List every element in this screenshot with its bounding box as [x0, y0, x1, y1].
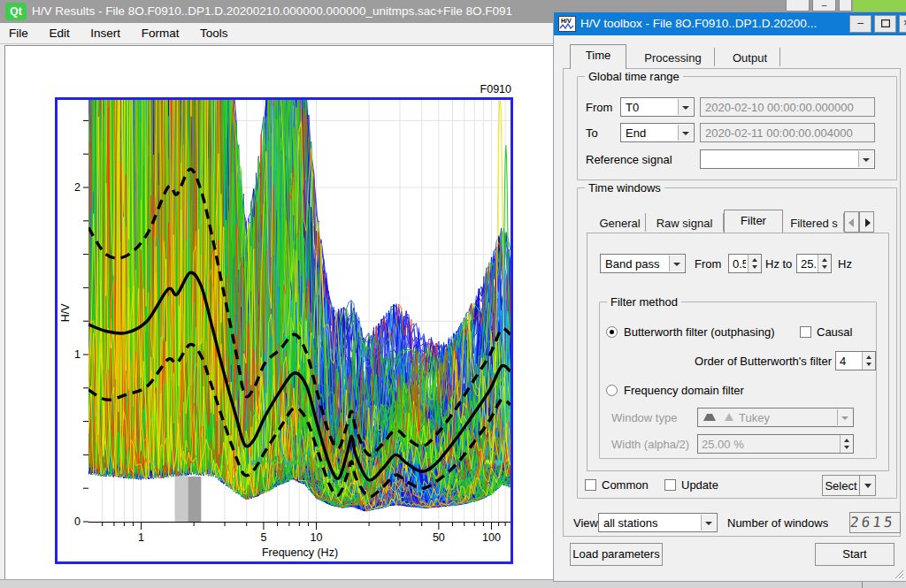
reference-signal-label: Reference signal — [586, 153, 672, 166]
from-time-field: 2020-02-10 00:00:00.000000 — [700, 97, 875, 117]
svg-text:100: 100 — [482, 531, 501, 544]
menu-item-tools[interactable]: Tools — [191, 23, 237, 40]
window-type-label: Window type — [611, 411, 677, 424]
qt-app-icon: Qt — [5, 3, 27, 20]
chevron-down-icon[interactable] — [678, 125, 693, 141]
update-label: Update — [681, 478, 718, 492]
svg-text:Frequency (Hz): Frequency (Hz) — [262, 546, 338, 559]
tab-filtered-signal[interactable]: Filtered s — [785, 213, 844, 232]
chevron-down-icon[interactable] — [837, 409, 852, 425]
from-label: From — [586, 101, 612, 114]
tab-general[interactable]: General — [595, 213, 646, 232]
reference-signal-combo[interactable] — [700, 149, 875, 169]
tab-processing[interactable]: Processing — [632, 48, 715, 66]
tab-output[interactable]: Output — [720, 48, 780, 66]
order-spinbox[interactable]: 4 — [835, 351, 876, 370]
spinner-buttons[interactable] — [862, 352, 875, 370]
common-checkbox[interactable] — [585, 479, 596, 491]
width-alpha-value: 25.00 % — [702, 438, 838, 451]
update-checkbox[interactable] — [664, 479, 676, 491]
select-button[interactable]: Select — [822, 475, 860, 496]
to-label: To — [586, 126, 598, 140]
spinner-buttons[interactable] — [818, 255, 831, 272]
window-type-combo[interactable]: Tukey — [697, 408, 854, 427]
spin-down-icon — [822, 265, 827, 269]
view-value: all stations — [603, 516, 699, 530]
filter-type-value: Band pass — [605, 257, 667, 271]
menu-item-format[interactable]: Format — [133, 23, 188, 40]
chevron-down-icon[interactable] — [701, 515, 716, 531]
chevron-down-icon[interactable] — [678, 99, 693, 115]
spin-up-icon — [752, 258, 757, 262]
dialog-titlebar[interactable]: H/V H/V toolbox - File 8O.F0910..DP1.D.2… — [554, 12, 906, 35]
svg-text:H/V: H/V — [561, 18, 572, 24]
spinner-buttons[interactable] — [748, 255, 761, 272]
band-from-label: From — [695, 257, 721, 271]
load-parameters-button[interactable]: Load parameters — [570, 543, 663, 566]
spin-down-icon — [752, 265, 757, 269]
to-combo-value: End — [626, 126, 676, 140]
freq-max-value: 25.00 — [801, 257, 816, 271]
to-time-field: 2020-02-11 00:00:00.004000 — [700, 123, 875, 142]
freq-max-spinbox[interactable]: 25.00 — [796, 254, 832, 273]
dialog-close-button[interactable]: × — [899, 15, 906, 33]
to-combo[interactable]: End — [620, 123, 695, 142]
view-combo[interactable]: all stations — [598, 513, 718, 532]
time-windows-legend: Time windows — [585, 181, 664, 195]
dialog-maximize-button[interactable] — [874, 15, 896, 33]
svg-text:5: 5 — [260, 531, 266, 544]
from-combo-value: T0 — [626, 101, 676, 114]
causal-label: Causal — [817, 325, 852, 339]
butterworth-label: Butterworth filter (outphasing) — [624, 325, 775, 339]
butterworth-radio[interactable] — [606, 326, 618, 338]
tab-raw-signal[interactable]: Raw signal — [646, 213, 724, 232]
arrow-left-icon — [848, 218, 854, 227]
hv-chart-canvas[interactable]: 012151050100Frequency (Hz)H/V — [58, 100, 511, 561]
tab-scroll-right-button[interactable] — [859, 211, 874, 233]
number-of-windows-label: Number of windows — [727, 516, 828, 530]
width-alpha-spinbox[interactable]: 25.00 % — [697, 434, 854, 454]
global-time-range-group: Global time range From T0 2020-02-10 00:… — [577, 76, 897, 180]
filter-type-combo[interactable]: Band pass — [600, 254, 686, 273]
chevron-down-icon[interactable] — [669, 256, 684, 271]
menu-item-insert[interactable]: Insert — [81, 23, 129, 40]
spinner-buttons[interactable] — [840, 435, 853, 453]
main-minimize-button[interactable] — [786, 0, 810, 11]
chevron-down-icon[interactable] — [858, 151, 873, 167]
chevron-down-icon — [864, 484, 871, 488]
triangle-window-icon — [725, 413, 733, 421]
from-combo[interactable]: T0 — [620, 97, 695, 117]
svg-text:10: 10 — [311, 531, 323, 544]
menu-item-edit[interactable]: Edit — [40, 23, 78, 40]
station-label: F0910 — [372, 83, 511, 95]
spin-up-icon — [866, 355, 871, 359]
spin-up-icon — [822, 258, 827, 262]
time-windows-group: Time windows General Raw signal Filter F… — [577, 187, 897, 499]
start-button[interactable]: Start — [815, 543, 894, 566]
windows-count-value: 2615 — [849, 513, 901, 531]
dialog-minimize-button[interactable]: – — [849, 15, 871, 33]
view-label: View — [573, 516, 598, 530]
tab-filter[interactable]: Filter — [724, 210, 783, 233]
dialog-title: H/V toolbox - File 8O.F0910..DP1.D.20200… — [580, 17, 817, 30]
arrow-right-icon — [865, 218, 871, 227]
hz-label: Hz — [838, 257, 852, 271]
tab-time[interactable]: Time — [570, 44, 626, 69]
width-alpha-label: Width (alpha/2) — [611, 438, 689, 451]
main-close-button[interactable] — [839, 0, 852, 11]
main-maximize-button[interactable]: – — [812, 0, 836, 11]
spin-down-icon — [844, 446, 849, 449]
hv-chart[interactable]: 012151050100Frequency (Hz)H/V — [55, 97, 513, 564]
svg-text:50: 50 — [433, 531, 445, 544]
resize-grip-icon[interactable] — [893, 568, 903, 578]
svg-text:1: 1 — [74, 348, 81, 361]
menu-item-file[interactable]: File — [0, 23, 37, 40]
svg-text:2: 2 — [74, 181, 81, 194]
tab-scroll-left-button[interactable] — [844, 211, 859, 233]
frequency-domain-radio[interactable] — [606, 385, 618, 396]
order-label: Order of Butterworth's filter — [653, 355, 832, 368]
select-dropdown-button[interactable] — [859, 475, 876, 496]
freq-min-spinbox[interactable]: 0.50 — [728, 254, 762, 273]
freq-min-value: 0.50 — [733, 257, 746, 271]
causal-checkbox[interactable] — [800, 326, 811, 338]
